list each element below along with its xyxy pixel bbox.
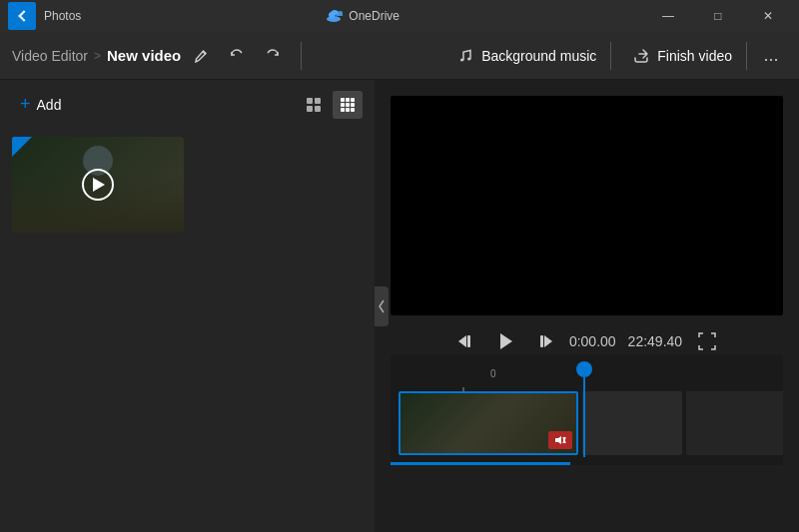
toolbar: Video Editor > New video Background musi… bbox=[0, 32, 799, 80]
add-label: Add bbox=[37, 97, 62, 113]
play-button-1 bbox=[82, 169, 114, 201]
title-bar-left: Photos bbox=[8, 2, 81, 30]
redo-button[interactable] bbox=[257, 40, 289, 72]
bg-music-label: Background music bbox=[481, 48, 596, 64]
svg-rect-8 bbox=[540, 335, 543, 347]
more-options-button[interactable]: ... bbox=[755, 40, 787, 72]
title-bar: Photos OneDrive — □ ✕ bbox=[0, 0, 799, 32]
playhead-circle[interactable] bbox=[576, 361, 592, 377]
forward-button[interactable] bbox=[531, 328, 557, 354]
play-triangle-1 bbox=[93, 178, 105, 192]
timeline-progress-bar bbox=[391, 462, 570, 465]
current-time: 0:00.00 bbox=[569, 333, 616, 349]
svg-marker-6 bbox=[500, 333, 512, 349]
more-dots: ... bbox=[763, 45, 778, 66]
mute-badge bbox=[548, 431, 572, 449]
breadcrumb-parent[interactable]: Video Editor bbox=[12, 48, 88, 64]
fullscreen-button[interactable] bbox=[694, 328, 720, 355]
view-grid4-button[interactable] bbox=[299, 91, 329, 119]
redo-icon bbox=[265, 48, 281, 64]
music-icon bbox=[457, 48, 473, 64]
breadcrumb: Video Editor > New video bbox=[12, 47, 181, 64]
back-button[interactable] bbox=[8, 2, 36, 30]
toolbar-right: Background music Finish video ... bbox=[443, 40, 787, 72]
view-toggle bbox=[299, 91, 363, 119]
video-preview bbox=[391, 96, 783, 315]
timeline-clip-empty-2[interactable] bbox=[686, 391, 783, 455]
playhead-line bbox=[583, 377, 585, 457]
toolbar-divider bbox=[301, 42, 302, 70]
edit-title-button[interactable] bbox=[185, 40, 217, 72]
onedrive-area: OneDrive bbox=[327, 9, 400, 23]
timeline-area[interactable]: 0 bbox=[391, 355, 783, 465]
total-time: 22:49.40 bbox=[628, 333, 683, 349]
right-panel: 0:00.00 22:49.40 0 bbox=[375, 80, 799, 532]
timeline-clip-main[interactable] bbox=[399, 391, 578, 455]
ruler-mark-0: 0 bbox=[490, 368, 496, 379]
breadcrumb-separator: > bbox=[94, 49, 101, 63]
left-panel: + Add bbox=[0, 80, 375, 532]
mute-icon bbox=[554, 435, 566, 445]
undo-button[interactable] bbox=[221, 40, 253, 72]
fullscreen-icon bbox=[698, 332, 716, 350]
collapse-panel-button[interactable] bbox=[375, 286, 389, 326]
minimize-button[interactable]: — bbox=[645, 0, 691, 32]
play-button[interactable] bbox=[491, 327, 519, 355]
grid9-icon bbox=[341, 98, 355, 112]
forward-icon bbox=[535, 332, 553, 350]
export-icon bbox=[633, 48, 649, 64]
chevron-left-icon bbox=[378, 299, 386, 313]
rewind-button[interactable] bbox=[453, 328, 479, 354]
main-content: + Add bbox=[0, 80, 799, 532]
title-bar-controls: — □ ✕ bbox=[645, 0, 791, 32]
maximize-button[interactable]: □ bbox=[695, 0, 741, 32]
svg-marker-4 bbox=[458, 335, 466, 347]
svg-marker-9 bbox=[555, 436, 561, 444]
add-plus-icon: + bbox=[20, 94, 31, 115]
pencil-icon bbox=[194, 49, 208, 63]
breadcrumb-current: New video bbox=[107, 47, 181, 64]
finish-video-label: Finish video bbox=[657, 48, 732, 64]
add-media-button[interactable]: + Add bbox=[12, 90, 69, 119]
view-grid9-button[interactable] bbox=[333, 91, 363, 119]
app-title: Photos bbox=[44, 9, 81, 23]
svg-point-3 bbox=[467, 57, 470, 60]
rewind-icon bbox=[457, 332, 475, 350]
timeline-clips bbox=[399, 391, 775, 455]
grid4-icon bbox=[307, 98, 321, 112]
svg-point-2 bbox=[460, 58, 463, 61]
background-music-button[interactable]: Background music bbox=[443, 42, 611, 70]
thumb-overlay-1 bbox=[12, 137, 184, 233]
left-panel-header: + Add bbox=[0, 80, 375, 129]
onedrive-label: OneDrive bbox=[349, 9, 400, 23]
selected-indicator-1 bbox=[12, 137, 32, 157]
svg-point-0 bbox=[327, 16, 341, 22]
play-icon bbox=[495, 331, 515, 351]
back-arrow-icon bbox=[18, 10, 29, 21]
close-button[interactable]: ✕ bbox=[745, 0, 791, 32]
svg-rect-5 bbox=[467, 335, 470, 347]
finish-video-button[interactable]: Finish video bbox=[619, 42, 747, 70]
onedrive-icon bbox=[327, 10, 343, 22]
undo-icon bbox=[229, 48, 245, 64]
timeline-clip-empty-1[interactable] bbox=[582, 391, 682, 455]
media-grid bbox=[0, 129, 375, 241]
svg-marker-7 bbox=[544, 335, 552, 347]
playback-controls: 0:00.00 22:49.40 bbox=[391, 327, 783, 355]
media-thumbnail-1[interactable] bbox=[12, 137, 184, 233]
